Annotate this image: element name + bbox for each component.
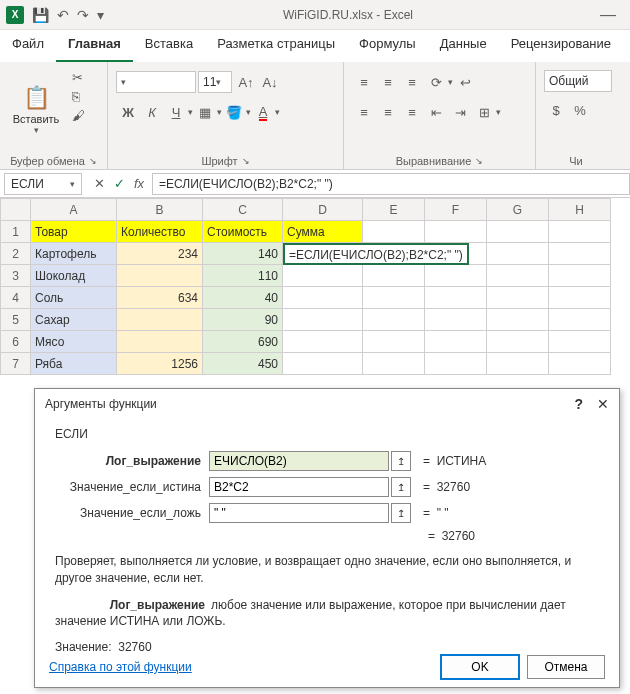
col-header[interactable]: H bbox=[549, 199, 611, 221]
cell[interactable]: 450 bbox=[203, 353, 283, 375]
tab-review[interactable]: Рецензирование bbox=[499, 30, 623, 62]
cell[interactable]: Количество bbox=[117, 221, 203, 243]
cell[interactable] bbox=[549, 265, 611, 287]
minimize-icon[interactable]: — bbox=[592, 6, 624, 24]
col-header[interactable]: D bbox=[283, 199, 363, 221]
cell[interactable]: Товар bbox=[31, 221, 117, 243]
cell[interactable]: 690 bbox=[203, 331, 283, 353]
formula-input[interactable]: =ЕСЛИ(ЕЧИСЛО(B2);B2*C2;" ") bbox=[152, 173, 630, 195]
cell[interactable] bbox=[117, 331, 203, 353]
tab-insert[interactable]: Вставка bbox=[133, 30, 205, 62]
cell[interactable]: Картофель bbox=[31, 243, 117, 265]
cell[interactable] bbox=[117, 265, 203, 287]
cell[interactable] bbox=[487, 331, 549, 353]
cell[interactable]: 140 bbox=[203, 243, 283, 265]
col-header[interactable]: A bbox=[31, 199, 117, 221]
row-header[interactable]: 1 bbox=[1, 221, 31, 243]
format-painter-icon[interactable]: 🖌 bbox=[72, 108, 85, 123]
undo-icon[interactable]: ↶ bbox=[57, 7, 69, 23]
worksheet[interactable]: A B C D E F G H 1 Товар Количество Стоим… bbox=[0, 198, 630, 375]
name-box[interactable]: ЕСЛИ▾ bbox=[4, 173, 82, 195]
help-link[interactable]: Справка по этой функции bbox=[49, 660, 192, 674]
tab-formulas[interactable]: Формулы bbox=[347, 30, 428, 62]
arg3-input[interactable] bbox=[209, 503, 389, 523]
cell[interactable] bbox=[549, 309, 611, 331]
decrease-font-icon[interactable]: A↓ bbox=[258, 70, 282, 94]
row-header[interactable]: 7 bbox=[1, 353, 31, 375]
range-selector-icon[interactable]: ↥ bbox=[391, 477, 411, 497]
cell[interactable] bbox=[425, 309, 487, 331]
cell[interactable]: 634 bbox=[117, 287, 203, 309]
cell[interactable] bbox=[363, 331, 425, 353]
cell[interactable]: Мясо bbox=[31, 331, 117, 353]
borders-icon[interactable]: ▦ bbox=[193, 100, 217, 124]
number-format-combo[interactable]: Общий bbox=[544, 70, 612, 92]
cell[interactable] bbox=[117, 309, 203, 331]
cell[interactable] bbox=[487, 243, 549, 265]
paste-button[interactable]: 📋 Вставить ▾ bbox=[8, 66, 64, 153]
cell[interactable] bbox=[425, 353, 487, 375]
cell[interactable]: 1256 bbox=[117, 353, 203, 375]
cell[interactable] bbox=[363, 287, 425, 309]
cell[interactable]: Сумма bbox=[283, 221, 363, 243]
cell[interactable]: Сахар bbox=[31, 309, 117, 331]
cell[interactable] bbox=[363, 353, 425, 375]
col-header[interactable]: G bbox=[487, 199, 549, 221]
cell[interactable]: 90 bbox=[203, 309, 283, 331]
align-center-icon[interactable]: ≡ bbox=[376, 100, 400, 124]
row-header[interactable]: 5 bbox=[1, 309, 31, 331]
redo-icon[interactable]: ↷ bbox=[77, 7, 89, 23]
cell[interactable] bbox=[283, 353, 363, 375]
cell[interactable] bbox=[363, 265, 425, 287]
range-selector-icon[interactable]: ↥ bbox=[391, 503, 411, 523]
cell[interactable] bbox=[425, 221, 487, 243]
cell[interactable] bbox=[425, 331, 487, 353]
tab-file[interactable]: Файл bbox=[0, 30, 56, 62]
cell[interactable] bbox=[283, 309, 363, 331]
dialog-launcher-icon[interactable]: ↘ bbox=[475, 156, 483, 166]
cell[interactable] bbox=[487, 265, 549, 287]
tab-home[interactable]: Главная bbox=[56, 30, 133, 62]
qat-dropdown-icon[interactable]: ▾ bbox=[97, 7, 104, 23]
col-header[interactable]: B bbox=[117, 199, 203, 221]
row-header[interactable]: 4 bbox=[1, 287, 31, 309]
cell[interactable] bbox=[487, 287, 549, 309]
align-right-icon[interactable]: ≡ bbox=[400, 100, 424, 124]
cell[interactable] bbox=[549, 221, 611, 243]
range-selector-icon[interactable]: ↥ bbox=[391, 451, 411, 471]
row-header[interactable]: 3 bbox=[1, 265, 31, 287]
align-top-icon[interactable]: ≡ bbox=[352, 70, 376, 94]
tab-data[interactable]: Данные bbox=[428, 30, 499, 62]
cancel-button[interactable]: Отмена bbox=[527, 655, 605, 679]
cell[interactable] bbox=[283, 287, 363, 309]
increase-font-icon[interactable]: A↑ bbox=[234, 70, 258, 94]
help-icon[interactable]: ? bbox=[574, 396, 583, 412]
cell[interactable]: Соль bbox=[31, 287, 117, 309]
dialog-launcher-icon[interactable]: ↘ bbox=[89, 156, 97, 166]
underline-button[interactable]: Ч bbox=[164, 100, 188, 124]
cell[interactable]: 110 bbox=[203, 265, 283, 287]
tab-page-layout[interactable]: Разметка страницы bbox=[205, 30, 347, 62]
cell[interactable] bbox=[487, 221, 549, 243]
cell[interactable]: 234 bbox=[117, 243, 203, 265]
copy-icon[interactable]: ⎘ bbox=[72, 89, 85, 104]
cell[interactable]: 40 bbox=[203, 287, 283, 309]
font-size-combo[interactable]: 11▾ bbox=[198, 71, 232, 93]
cell[interactable] bbox=[549, 287, 611, 309]
italic-button[interactable]: К bbox=[140, 100, 164, 124]
orientation-icon[interactable]: ⟳ bbox=[424, 70, 448, 94]
col-header[interactable]: F bbox=[425, 199, 487, 221]
cell[interactable]: Ряба bbox=[31, 353, 117, 375]
align-left-icon[interactable]: ≡ bbox=[352, 100, 376, 124]
close-icon[interactable]: ✕ bbox=[597, 396, 609, 412]
row-header[interactable]: 2 bbox=[1, 243, 31, 265]
cell[interactable] bbox=[283, 265, 363, 287]
cell[interactable] bbox=[487, 309, 549, 331]
arg2-input[interactable] bbox=[209, 477, 389, 497]
cell[interactable] bbox=[487, 353, 549, 375]
cancel-formula-icon[interactable]: ✕ bbox=[90, 176, 108, 191]
cut-icon[interactable]: ✂ bbox=[72, 70, 85, 85]
arg1-input[interactable] bbox=[209, 451, 389, 471]
cell[interactable] bbox=[363, 221, 425, 243]
row-header[interactable]: 6 bbox=[1, 331, 31, 353]
